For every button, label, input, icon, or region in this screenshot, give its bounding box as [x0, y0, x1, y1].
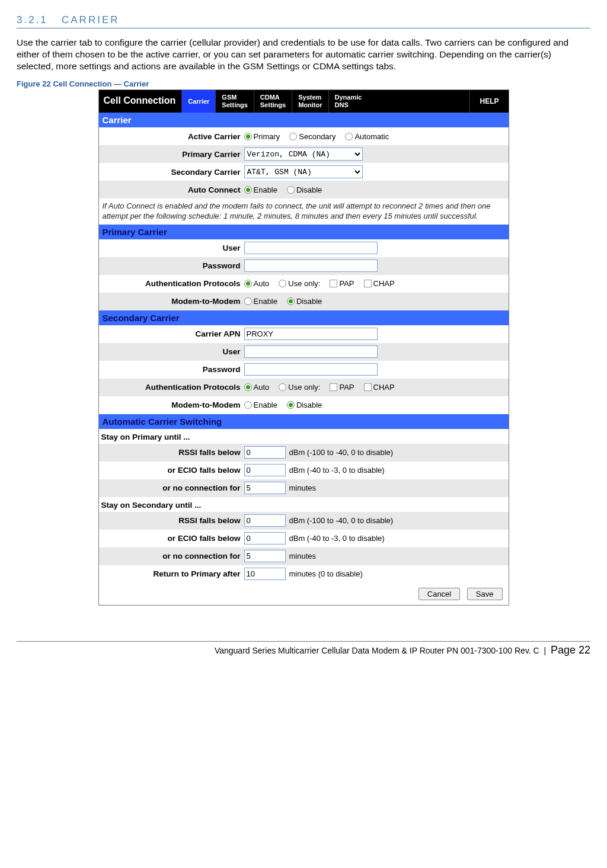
label-no-conn: or no connection for: [99, 552, 244, 560]
hint-ecio: dBm (-40 to -3, 0 to disable): [289, 534, 385, 543]
radio-dot-icon: [287, 297, 295, 305]
radio-autoconnect-disable[interactable]: Disable: [287, 185, 322, 194]
hint-minutes: minutes: [289, 552, 317, 560]
radio-active-secondary[interactable]: Secondary: [289, 132, 336, 141]
label-ecio-below: or ECIO falls below: [99, 534, 244, 543]
radio-dot-icon: [244, 280, 252, 287]
input-s-rssi[interactable]: [244, 514, 286, 527]
tab-gsm-settings[interactable]: GSM Settings: [215, 90, 253, 113]
radio-dot-icon: [244, 297, 252, 305]
row-s-ecio: or ECIO falls below dBm (-40 to -3, 0 to…: [99, 530, 509, 547]
radio-secondary-m2m-enable[interactable]: Enable: [244, 401, 277, 409]
subhead-stay-primary: Stay on Primary until ...: [99, 429, 509, 444]
input-secondary-user[interactable]: [244, 345, 378, 358]
label-primary-carrier: Primary Carrier: [99, 150, 244, 159]
radio-primary-m2m-enable[interactable]: Enable: [244, 297, 277, 306]
input-primary-user[interactable]: [244, 242, 378, 254]
checkbox-secondary-chap[interactable]: CHAP: [364, 383, 395, 392]
section-autoswitch-header: Automatic Carrier Switching: [99, 414, 509, 429]
label-ecio-below: or ECIO falls below: [99, 466, 244, 475]
radio-primary-auth-auto[interactable]: Auto: [244, 279, 270, 288]
radio-secondary-auth-useonly[interactable]: Use only:: [279, 383, 320, 392]
label-carrier-apn: Carrier APN: [99, 329, 244, 338]
section-number: 3.2.1: [17, 14, 48, 25]
select-primary-carrier[interactable]: Verizon, CDMA (NA): [244, 148, 363, 161]
cancel-button[interactable]: Cancel: [418, 588, 460, 600]
cell-connection-panel: Cell Connection Carrier GSM Settings CDM…: [98, 89, 509, 606]
hint-rssi: dBm (-100 to -40, 0 to disable): [289, 448, 394, 457]
label-rssi-below: RSSI falls below: [99, 516, 244, 525]
checkbox-icon: [330, 280, 337, 287]
row-secondary-auth: Authentication Protocols Auto Use only: …: [99, 379, 509, 396]
input-p-rssi[interactable]: [244, 446, 286, 459]
hint-minutes: minutes: [289, 483, 317, 492]
input-s-ecio[interactable]: [244, 532, 286, 544]
input-primary-password[interactable]: [244, 260, 378, 272]
row-p-ecio: or ECIO falls below dBm (-40 to -3, 0 to…: [99, 462, 509, 479]
row-primary-carrier: Primary Carrier Verizon, CDMA (NA): [99, 145, 509, 163]
row-secondary-apn: Carrier APN: [99, 325, 509, 343]
radio-autoconnect-enable[interactable]: Enable: [244, 185, 277, 194]
label-auth-protocols: Authentication Protocols: [99, 279, 244, 288]
row-s-noconn: or no connection for minutes: [99, 547, 509, 565]
checkbox-icon: [364, 383, 372, 391]
section-heading: 3.2.1 CARRIER: [17, 14, 590, 28]
label-rssi-below: RSSI falls below: [99, 448, 244, 457]
intro-paragraph: Use the carrier tab to configure the car…: [17, 37, 590, 72]
footer-text: Vanguard Series Multicarrier Cellular Da…: [215, 646, 539, 655]
input-secondary-password[interactable]: [244, 363, 378, 376]
radio-primary-m2m-disable[interactable]: Disable: [287, 297, 322, 306]
button-row: Cancel Save: [99, 583, 509, 605]
row-active-carrier: Active Carrier Primary Secondary Automat…: [99, 127, 509, 145]
tab-carrier[interactable]: Carrier: [181, 90, 215, 113]
label-no-conn: or no connection for: [99, 483, 244, 492]
save-button[interactable]: Save: [467, 588, 503, 600]
tab-dynamic-dns[interactable]: Dynamic DNS: [328, 90, 368, 113]
row-secondary-m2m: Modem-to-Modem Enable Disable: [99, 396, 509, 414]
checkbox-primary-chap[interactable]: CHAP: [364, 279, 395, 288]
input-s-noconn[interactable]: [244, 550, 286, 562]
radio-dot-icon: [279, 280, 286, 287]
page-number: Page 22: [551, 644, 590, 656]
radio-dot-icon: [244, 401, 252, 409]
select-secondary-carrier[interactable]: AT&T, GSM (NA): [244, 165, 363, 178]
radio-primary-auth-useonly[interactable]: Use only:: [279, 279, 320, 288]
row-primary-user: User: [99, 239, 509, 257]
radio-dot-icon: [289, 133, 297, 140]
auto-connect-note: If Auto Connect is enabled and the modem…: [99, 198, 509, 225]
row-secondary-user: User: [99, 343, 509, 361]
row-primary-auth: Authentication Protocols Auto Use only: …: [99, 275, 509, 293]
row-primary-m2m: Modem-to-Modem Enable Disable: [99, 293, 509, 310]
radio-dot-icon: [279, 383, 286, 391]
radio-dot-icon: [244, 186, 252, 194]
page-footer: Vanguard Series Multicarrier Cellular Da…: [17, 641, 590, 656]
input-return-after[interactable]: [244, 568, 286, 580]
checkbox-icon: [364, 280, 372, 287]
section-title: CARRIER: [62, 14, 120, 25]
panel-title: Cell Connection: [99, 90, 182, 113]
row-secondary-password: Password: [99, 361, 509, 379]
label-auth-protocols: Authentication Protocols: [99, 383, 244, 392]
radio-active-primary[interactable]: Primary: [244, 132, 280, 141]
hint-minutes-disable: minutes (0 to disable): [289, 569, 363, 578]
radio-dot-icon: [244, 133, 252, 140]
radio-dot-icon: [244, 383, 252, 391]
row-p-rssi: RSSI falls below dBm (-100 to -40, 0 to …: [99, 444, 509, 462]
checkbox-primary-pap[interactable]: PAP: [330, 279, 354, 288]
row-auto-connect: Auto Connect Enable Disable: [99, 181, 509, 198]
input-p-noconn[interactable]: [244, 482, 286, 494]
checkbox-icon: [330, 383, 337, 391]
radio-secondary-auth-auto[interactable]: Auto: [244, 383, 270, 392]
figure-caption: Figure 22 Cell Connection — Carrier: [17, 79, 590, 88]
radio-active-automatic[interactable]: Automatic: [345, 132, 389, 141]
radio-secondary-m2m-disable[interactable]: Disable: [287, 401, 322, 409]
input-p-ecio[interactable]: [244, 464, 286, 476]
radio-dot-icon: [287, 401, 295, 409]
tab-system-monitor[interactable]: System Monitor: [292, 90, 328, 113]
input-carrier-apn[interactable]: [244, 328, 378, 340]
tab-bar: Cell Connection Carrier GSM Settings CDM…: [99, 90, 509, 113]
checkbox-secondary-pap[interactable]: PAP: [330, 383, 354, 392]
tab-help[interactable]: HELP: [469, 90, 508, 113]
label-modem-to-modem: Modem-to-Modem: [99, 401, 244, 409]
tab-cdma-settings[interactable]: CDMA Settings: [254, 90, 292, 113]
